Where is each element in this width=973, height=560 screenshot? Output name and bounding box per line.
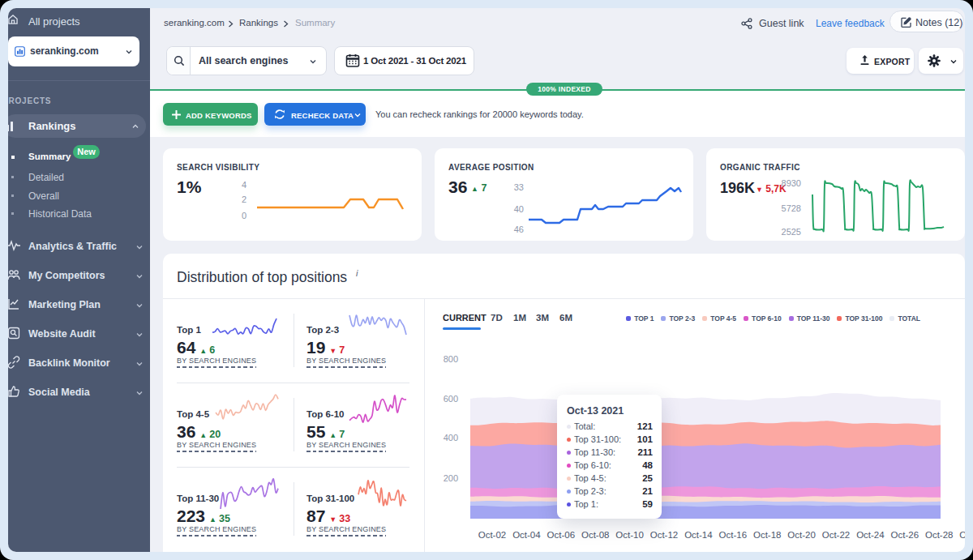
svg-text:Oct-30: Oct-30 xyxy=(959,530,965,540)
svg-text:Oct-20: Oct-20 xyxy=(787,530,816,540)
svg-text:200: 200 xyxy=(444,473,458,483)
svg-text:40: 40 xyxy=(514,204,524,214)
svg-text:5728: 5728 xyxy=(782,203,801,213)
svg-text:Oct-16: Oct-16 xyxy=(719,530,748,540)
svg-text:Oct-12: Oct-12 xyxy=(650,530,679,540)
svg-text:33: 33 xyxy=(514,182,524,192)
svg-text:Oct-08: Oct-08 xyxy=(581,530,610,540)
svg-text:Oct-24: Oct-24 xyxy=(856,530,885,540)
svg-text:46: 46 xyxy=(514,224,524,234)
svg-text:400: 400 xyxy=(444,433,458,442)
svg-text:600: 600 xyxy=(444,394,458,404)
svg-text:Oct-06: Oct-06 xyxy=(547,530,576,540)
svg-text:Oct-26: Oct-26 xyxy=(891,530,919,540)
svg-text:Oct-02: Oct-02 xyxy=(478,530,507,540)
svg-text:Oct-10: Oct-10 xyxy=(615,530,644,540)
svg-text:Oct-18: Oct-18 xyxy=(753,530,782,540)
svg-text:Oct-04: Oct-04 xyxy=(512,530,541,540)
svg-text:Oct-14: Oct-14 xyxy=(684,530,713,540)
svg-text:Oct-28: Oct-28 xyxy=(925,530,954,540)
svg-text:800: 800 xyxy=(444,354,458,364)
svg-text:0: 0 xyxy=(242,211,246,220)
svg-text:8930: 8930 xyxy=(782,178,801,188)
svg-text:Oct-22: Oct-22 xyxy=(822,530,851,540)
svg-text:4: 4 xyxy=(242,180,246,190)
svg-text:2525: 2525 xyxy=(782,227,801,237)
svg-text:2: 2 xyxy=(242,195,246,204)
